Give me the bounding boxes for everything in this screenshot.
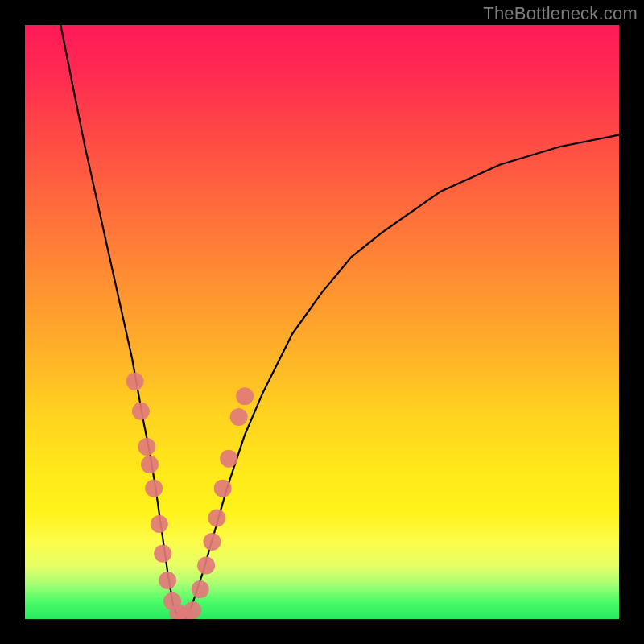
data-point [220, 450, 237, 468]
data-point [230, 408, 248, 426]
data-point [197, 557, 215, 575]
data-point [184, 601, 201, 619]
data-point [203, 533, 221, 551]
data-point [208, 510, 225, 527]
bottleneck-curve [60, 25, 619, 619]
data-point [151, 515, 168, 533]
data-point [159, 572, 176, 589]
data-point [132, 402, 150, 420]
data-point [138, 438, 155, 456]
data-point [154, 545, 171, 563]
data-point [192, 580, 209, 598]
data-point [214, 480, 232, 497]
data-point [145, 480, 163, 497]
chart-frame [25, 25, 619, 619]
data-point [126, 373, 144, 390]
data-point [141, 456, 159, 473]
curve-layer [60, 25, 619, 619]
markers-layer [126, 373, 254, 619]
data-point [236, 387, 254, 405]
chart-svg [25, 25, 619, 619]
watermark-text: TheBottleneck.com [483, 3, 638, 24]
